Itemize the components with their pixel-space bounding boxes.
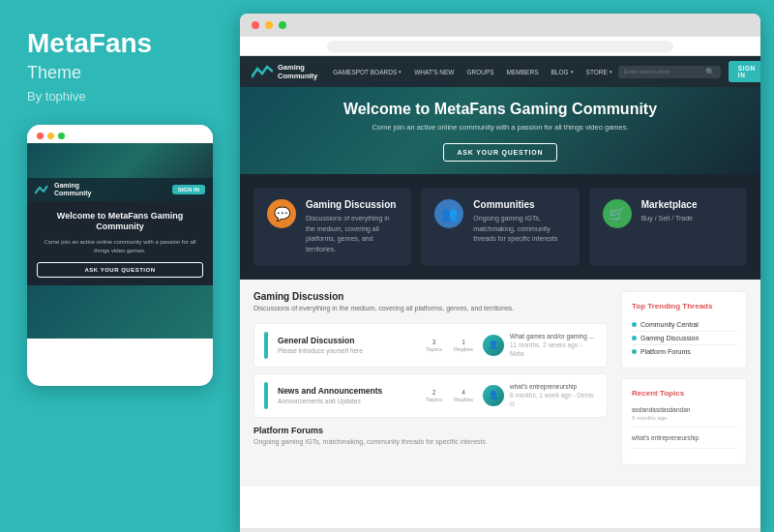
content-left: Gaming Discussion Discussions of everyth… (253, 291, 621, 475)
forum-meta: Announcements and Updates (278, 398, 416, 404)
mobile-logo-area: GamingCommunity (35, 182, 92, 196)
arrow-icon: ▾ (610, 69, 612, 74)
mobile-logo-icon (35, 184, 50, 195)
activity-text: what's entrepreneurship 6 months, 1 week… (510, 382, 597, 408)
mobile-content: Welcome to MetaFans Gaming Community Com… (27, 201, 213, 285)
category-card-marketplace[interactable]: 🛒 Marketplace Buy / Sell / Trade (589, 188, 747, 266)
sidebar-item-row[interactable]: Gaming Discussion (632, 332, 736, 345)
mobile-bottom-section (27, 285, 213, 339)
nav-gamespot-boards[interactable]: GAMESPOT BOARDS ▾ (327, 56, 407, 87)
forum-stats: 2 Topics 4 Replies (426, 389, 473, 402)
avatar: 👤 (483, 335, 504, 356)
category-card-communities[interactable]: 👥 Communities Ongoing gaming IGTs, match… (421, 188, 579, 266)
topics-label: Topics (426, 397, 442, 402)
mobile-cta-button[interactable]: ASK YOUR QUESTION (37, 262, 203, 278)
category-desc: Buy / Sell / Trade (641, 214, 698, 224)
browser-chrome (240, 14, 760, 37)
sidebar-item-row[interactable]: Community Central (632, 318, 736, 332)
content-right: Top Trending Threads Community Central G… (621, 291, 747, 475)
mobile-navbar: GamingCommunity SIGN IN (27, 178, 213, 200)
avatar: 👤 (483, 385, 504, 406)
forum-meta: Please introduce yourself here (278, 347, 416, 354)
hero-subtitle: Come join an active online community wit… (343, 123, 657, 132)
replies-count: 1 (454, 339, 473, 345)
left-panel: MetaFans Theme By tophive GamingCommunit… (0, 0, 240, 532)
topics-label: Topics (426, 346, 442, 352)
mobile-dot-green (58, 133, 65, 139)
mobile-hero-title: Welcome to MetaFans Gaming Community (37, 211, 203, 233)
forum-name: News and Announcements (278, 386, 416, 396)
nav-groups[interactable]: GROUPS (461, 56, 499, 87)
category-title: Gaming Discussion (306, 199, 398, 210)
site-nav: GamingCommunity GAMESPOT BOARDS ▾ WHAT'S… (240, 56, 760, 87)
section-title: Gaming Discussion (253, 291, 608, 302)
browser-dot-red[interactable] (252, 21, 259, 29)
arrow-icon: ▾ (399, 69, 402, 74)
mobile-logo-text: GamingCommunity (54, 182, 92, 196)
mobile-preview: GamingCommunity SIGN IN Welcome to MetaF… (27, 125, 213, 386)
category-info: Gaming Discussion Discussions of everyth… (306, 199, 398, 254)
marketplace-icon: 🛒 (603, 199, 632, 228)
nav-blog[interactable]: BLOG ▾ (545, 56, 579, 87)
hero-cta-button[interactable]: ASK YOUR QUESTION (443, 143, 558, 162)
mobile-hero: GamingCommunity SIGN IN (27, 143, 213, 201)
arrow-icon: ▾ (571, 69, 574, 74)
search-icon: 🔍 (705, 68, 715, 76)
trending-box: Top Trending Threads Community Central G… (621, 291, 747, 369)
browser-body: GamingCommunity GAMESPOT BOARDS ▾ WHAT'S… (240, 37, 760, 528)
nav-whats-new[interactable]: WHAT'S NEW (408, 56, 460, 87)
category-card-gaming[interactable]: 💬 Gaming Discussion Discussions of every… (253, 188, 411, 266)
forum-row[interactable]: News and Announcements Announcements and… (253, 373, 608, 418)
replies-label: Replies (454, 397, 473, 402)
forum-icon-bar (264, 332, 268, 359)
topics-count: 2 (426, 389, 442, 396)
hero-content: Welcome to MetaFans Gaming Community Com… (343, 101, 657, 162)
browser-dot-green[interactable] (279, 21, 286, 29)
mobile-hero-sub: Come join an active online community wit… (37, 238, 203, 254)
category-desc: Discussions of everything in the medium,… (306, 214, 398, 254)
category-desc: Ongoing gaming IGTs, matchmaking, commun… (473, 214, 565, 245)
sidebar-item-row[interactable]: Platform Forums (632, 345, 736, 358)
gaming-discussion-icon: 💬 (267, 199, 296, 228)
browser-dot-yellow[interactable] (265, 21, 273, 29)
hero-title: Welcome to MetaFans Gaming Community (343, 101, 657, 118)
forum-icon-bar (264, 382, 268, 409)
platform-desc: Ongoing gaming IGTs, matchmaking, commun… (253, 438, 608, 445)
nav-links: GAMESPOT BOARDS ▾ WHAT'S NEW GROUPS MEMB… (327, 56, 618, 87)
browser-window: GamingCommunity GAMESPOT BOARDS ▾ WHAT'S… (240, 14, 760, 532)
nav-search[interactable]: 🔍 (618, 66, 721, 78)
forum-name: General Discussion (278, 336, 416, 345)
platform-forums-title: Platform Forums (253, 426, 608, 435)
forum-info: General Discussion Please introduce your… (278, 336, 416, 354)
category-info: Communities Ongoing gaming IGTs, matchma… (473, 199, 565, 245)
category-title: Communities (473, 199, 565, 210)
brand-author: By tophive (27, 89, 213, 103)
recent-item[interactable]: asdandasdasdandan 6 months ago (632, 405, 736, 428)
nav-signin-button[interactable]: SIGN IN (729, 61, 760, 82)
section-desc: Discussions of everything in the medium,… (253, 304, 608, 313)
recent-item[interactable]: what's entrepreneurship (632, 433, 736, 448)
site-logo-icon (252, 64, 273, 79)
site-logo: GamingCommunity (252, 63, 317, 80)
activity-text: What games and/or gaming ... 11 months, … (510, 332, 597, 358)
brand-subtitle: Theme (27, 63, 213, 83)
bullet-icon (632, 322, 637, 327)
forum-activity: 👤 what's entrepreneurship 6 months, 1 we… (483, 382, 597, 408)
main-content: Gaming Discussion Discussions of everyth… (240, 280, 760, 487)
category-info: Marketplace Buy / Sell / Trade (641, 199, 698, 224)
mobile-dot-red (37, 133, 44, 139)
forum-info: News and Announcements Announcements and… (278, 386, 416, 404)
nav-members[interactable]: MEMBERS (501, 56, 545, 87)
mobile-dot-yellow (47, 133, 54, 139)
mobile-window-dots (27, 125, 213, 143)
forum-stats: 3 Topics 1 Replies (426, 339, 473, 352)
nav-store[interactable]: STORE ▾ (580, 56, 618, 87)
recent-title: Recent Topics (632, 389, 736, 398)
replies-label: Replies (454, 346, 473, 352)
category-title: Marketplace (641, 199, 698, 210)
site-hero: Welcome to MetaFans Gaming Community Com… (240, 87, 760, 174)
forum-activity: 👤 What games and/or gaming ... 11 months… (483, 332, 597, 358)
forum-row[interactable]: General Discussion Please introduce your… (253, 323, 608, 368)
mobile-signin-button[interactable]: SIGN IN (172, 185, 205, 194)
search-input[interactable] (624, 69, 701, 74)
